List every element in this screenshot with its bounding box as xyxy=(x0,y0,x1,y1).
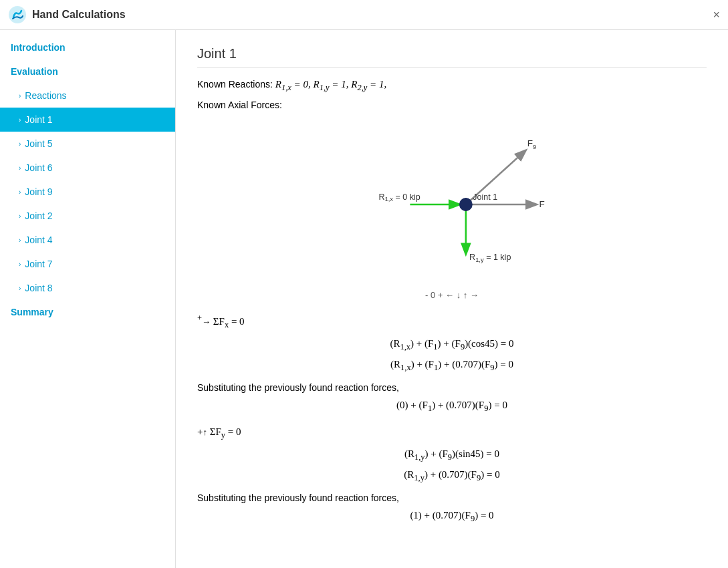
close-button[interactable]: × xyxy=(713,8,720,22)
eq3-line: (0) + (F1) + (0.707)(F9) = 0 xyxy=(197,400,707,414)
chevron-icon: › xyxy=(19,140,21,148)
sidebar-item-joint8[interactable]: ›Joint 8 xyxy=(0,276,175,300)
svg-text:F9: F9 xyxy=(527,138,537,150)
substitute-text-2: Substituting the previously found reacti… xyxy=(197,492,707,503)
eq1-line: (R1,x) + (F1) + (F9)(cos45) = 0 xyxy=(197,338,707,352)
sidebar-item-joint5[interactable]: ›Joint 5 xyxy=(0,132,175,156)
sidebar-item-label: Joint 8 xyxy=(25,283,52,293)
content-area: Joint 1 Known Reactions: R1,x = 0, R1,y … xyxy=(176,30,728,568)
sidebar: IntroductionEvaluation›Reactions›Joint 1… xyxy=(0,30,176,568)
sum-fy-equation: +↑ ΣFy = 0 xyxy=(197,426,707,440)
sidebar-item-joint7[interactable]: ›Joint 7 xyxy=(0,252,175,276)
svg-text:R1,x = 0 kip: R1,x = 0 kip xyxy=(378,192,420,202)
sidebar-item-label: Introduction xyxy=(11,42,66,53)
skyciv-logo xyxy=(8,5,27,24)
sidebar-item-joint2[interactable]: ›Joint 2 xyxy=(0,204,175,228)
sidebar-item-joint1[interactable]: ›Joint 1 xyxy=(0,108,175,132)
sidebar-item-label: Joint 2 xyxy=(25,210,52,221)
joint-diagram: R1,x = 0 kip F F9 R1,y = 1 kip Joint 1 xyxy=(265,124,639,285)
sidebar-item-label: Joint 7 xyxy=(25,259,52,269)
main-area: IntroductionEvaluation›Reactions›Joint 1… xyxy=(0,30,728,568)
sidebar-item-label: Joint 5 xyxy=(25,138,52,149)
known-info: Known Reactions: R1,x = 0, R1,y = 1, R2,… xyxy=(197,76,707,114)
chevron-icon: › xyxy=(19,116,21,124)
fy-equations: (R1,y) + (F9)(sin45) = 0 (R1,y) + (0.707… xyxy=(197,448,707,483)
svg-point-9 xyxy=(459,198,472,210)
chevron-icon: › xyxy=(19,164,21,172)
known-axial-forces-line: Known Axial Forces: xyxy=(197,97,707,114)
title-bar-left: Hand Calculations xyxy=(8,5,126,24)
svg-text:Joint 1: Joint 1 xyxy=(473,192,497,201)
sidebar-item-label: Summary xyxy=(11,307,53,317)
sidebar-item-joint9[interactable]: ›Joint 9 xyxy=(0,180,175,204)
eq5-line: (R1,y) + (0.707)(F9) = 0 xyxy=(197,469,707,483)
sidebar-item-summary[interactable]: Summary xyxy=(0,300,175,324)
chevron-icon: › xyxy=(19,188,21,196)
fx-equations: (R1,x) + (F1) + (F9)(cos45) = 0 (R1,x) +… xyxy=(197,338,707,373)
sidebar-item-label: Joint 1 xyxy=(25,114,52,125)
svg-text:R1,y = 1 kip: R1,y = 1 kip xyxy=(469,253,511,263)
sidebar-item-label: Evaluation xyxy=(11,66,58,77)
sidebar-item-label: Joint 4 xyxy=(25,235,52,245)
chevron-icon: › xyxy=(19,92,21,100)
sidebar-item-joint4[interactable]: ›Joint 4 xyxy=(0,228,175,252)
diagram-area: R1,x = 0 kip F F9 R1,y = 1 kip Joint 1 xyxy=(265,124,639,285)
chevron-icon: › xyxy=(19,285,21,292)
sidebar-item-label: Joint 6 xyxy=(25,162,52,173)
eq2-line: (R1,x) + (F1) + (0.707)(F9) = 0 xyxy=(197,359,707,373)
sidebar-item-label: Reactions xyxy=(25,90,66,101)
sidebar-item-introduction[interactable]: Introduction xyxy=(0,35,175,59)
title-bar: Hand Calculations × xyxy=(0,0,728,30)
chevron-icon: › xyxy=(19,237,21,244)
svg-text:F: F xyxy=(539,199,544,209)
chevron-icon: › xyxy=(19,212,21,220)
svg-point-0 xyxy=(9,6,26,23)
eq6-line: (1) + (0.707)(F9) = 0 xyxy=(197,510,707,524)
app-title: Hand Calculations xyxy=(32,9,126,21)
sidebar-item-label: Joint 9 xyxy=(25,186,52,197)
chevron-icon: › xyxy=(19,261,21,268)
sum-fx-equation: +→ ΣFx = 0 xyxy=(197,313,707,330)
diagram-toolbar[interactable]: - 0 + ← ↓ ↑ → xyxy=(197,290,707,300)
known-reactions-line: Known Reactions: R1,x = 0, R1,y = 1, R2,… xyxy=(197,76,707,96)
sidebar-item-evaluation[interactable]: Evaluation xyxy=(0,59,175,84)
section-title: Joint 1 xyxy=(197,46,707,67)
eq4-line: (R1,y) + (F9)(sin45) = 0 xyxy=(197,448,707,462)
sidebar-item-joint6[interactable]: ›Joint 6 xyxy=(0,156,175,180)
sidebar-item-reactions[interactable]: ›Reactions xyxy=(0,84,175,108)
substitute-text-1: Substituting the previously found reacti… xyxy=(197,382,707,393)
